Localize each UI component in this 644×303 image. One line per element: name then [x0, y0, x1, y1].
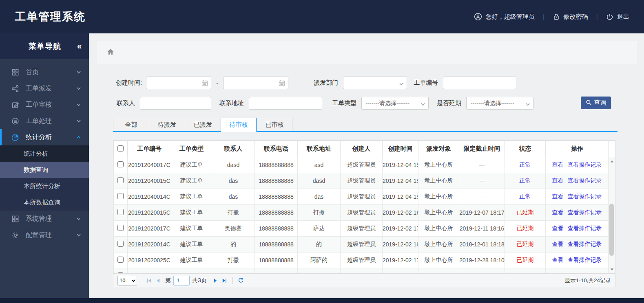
create-time-label: 创建时间: [116, 79, 142, 87]
row-checkbox[interactable] [117, 177, 124, 183]
sidebar-item-6[interactable]: 配置管理 [0, 227, 89, 243]
page-size-select[interactable]: 10 [117, 276, 137, 285]
prev-page-button[interactable] [154, 276, 163, 285]
address-label: 联系地址 [219, 99, 244, 107]
scroll-down-icon[interactable] [609, 266, 615, 272]
cell-create_time: 2019-12-02 16: [383, 205, 418, 221]
row-checkbox[interactable] [117, 209, 124, 215]
refresh-button[interactable] [237, 276, 246, 285]
view-link[interactable]: 查看 [552, 193, 564, 200]
logout-label: 退出 [617, 13, 629, 21]
cell-contact: 打撒 [212, 253, 255, 268]
scrollbar-thumb[interactable] [609, 204, 614, 256]
tab-1[interactable]: 待派发 [149, 118, 185, 131]
cell-address: dasd [298, 173, 341, 189]
table-row: 201912020014C建议工单的18888888888的超级管理员2019-… [114, 237, 615, 253]
row-checkbox[interactable] [117, 225, 124, 231]
filter-row-2: 联系人 联系地址 工单类型 -------请选择------- 是否延期 ---… [117, 97, 533, 110]
view-log-link[interactable]: 查看操作记录 [568, 161, 602, 168]
sidebar-item-5[interactable]: 系统管理 [0, 211, 89, 227]
cell-dispatch_target: 墩上中心所 [418, 205, 459, 221]
sidebar-item-1[interactable]: 工单派发 [0, 80, 89, 97]
column-header: 创建时间 [383, 141, 418, 157]
first-page-button[interactable] [145, 276, 154, 285]
view-log-link[interactable]: 查看操作记录 [568, 193, 602, 200]
sidebar-item-2[interactable]: 工单审核 [0, 97, 89, 113]
table-row: 201912040014C建议工单das18888888888das超级管理员2… [114, 189, 615, 205]
address-input[interactable] [249, 97, 322, 109]
search-button[interactable]: 查询 [581, 97, 611, 109]
cell-contact: 的 [212, 237, 255, 253]
view-log-link[interactable]: 查看操作记录 [568, 241, 602, 247]
actions-cell: 查看查看操作记录 [546, 173, 609, 189]
submenu-item-4-1[interactable]: 数据查询 [0, 162, 89, 178]
view-log-link[interactable]: 查看操作记录 [568, 225, 602, 231]
sidebar-item-4[interactable]: 统计分析 [0, 129, 89, 145]
status-badge: 正常 [505, 157, 546, 173]
cell-creator: 超级管理员 [341, 205, 383, 221]
separator: | [543, 13, 544, 20]
select-all-checkbox[interactable] [117, 145, 124, 152]
scroll-up-icon[interactable] [609, 158, 615, 165]
cell-address: 的 [298, 237, 341, 253]
actions-cell: 查看查看操作记录 [546, 253, 609, 268]
breadcrumb [97, 41, 637, 64]
cell-empty [298, 268, 341, 274]
logout-button[interactable]: 退出 [606, 13, 629, 21]
order-no-input[interactable] [443, 77, 516, 89]
calendar-icon[interactable] [278, 79, 285, 88]
column-header: 工单类型 [171, 141, 212, 157]
tab-2[interactable]: 已派发 [185, 118, 221, 131]
cell-address: 萨达 [298, 221, 341, 237]
view-link[interactable]: 查看 [552, 257, 564, 263]
row-checkbox[interactable] [117, 161, 124, 167]
lock-icon [553, 13, 560, 20]
power-icon [606, 13, 613, 20]
view-link[interactable]: 查看 [552, 241, 564, 247]
sidebar-item-3[interactable]: 工单处理 [0, 113, 89, 129]
status-badge: 已延期 [505, 221, 546, 237]
cell-order_type: 建议工单 [171, 221, 212, 237]
submenu-item-4-0[interactable]: 统计分析 [0, 145, 89, 162]
next-page-button[interactable] [211, 276, 220, 285]
tab-0[interactable]: 全部 [113, 118, 149, 131]
user-greeting[interactable]: 您好，超级管理员 [474, 13, 535, 21]
order-type-select[interactable]: -------请选择------- [361, 97, 429, 110]
actions-cell: 查看查看操作记录 [546, 221, 609, 237]
cell-address: asd [298, 157, 341, 173]
orders-table: 工单编号工单类型联系人联系电话联系地址创建人创建时间派发对象限定截止时间状态操作… [113, 141, 615, 274]
tab-4[interactable]: 已审核 [257, 118, 292, 131]
sidebar-collapse-icon[interactable]: « [77, 42, 81, 51]
page-number-input[interactable] [173, 276, 190, 285]
row-checkbox[interactable] [117, 241, 124, 247]
select-all-header [114, 141, 128, 157]
submenu-item-4-3[interactable]: 本所数据查询 [0, 194, 89, 211]
view-link[interactable]: 查看 [552, 225, 564, 231]
row-checkbox[interactable] [117, 257, 124, 263]
table-scrollbar[interactable] [608, 157, 615, 273]
view-log-link[interactable]: 查看操作记录 [568, 209, 602, 215]
table-body: 201912040017C建议工单dasd18888888888asd超级管理员… [114, 157, 615, 274]
contact-input[interactable] [140, 97, 211, 109]
submenu-item-4-2[interactable]: 本所统计分析 [0, 178, 89, 194]
view-log-link[interactable]: 查看操作记录 [568, 257, 602, 263]
sidebar-item-label: 工单审核 [26, 101, 52, 109]
row-checkbox[interactable] [117, 193, 124, 199]
cell-empty [128, 268, 171, 274]
view-link[interactable]: 查看 [552, 209, 564, 215]
column-header: 状态 [505, 141, 546, 157]
sidebar-item-label: 工单处理 [26, 117, 52, 125]
calendar-icon[interactable] [201, 79, 208, 88]
dispatch-dept-select[interactable] [343, 77, 407, 89]
cell-empty [255, 268, 298, 274]
cell-order_type: 建议工单 [171, 157, 212, 173]
delay-select[interactable]: -------请选择------- [466, 97, 533, 110]
view-link[interactable]: 查看 [552, 177, 564, 184]
view-link[interactable]: 查看 [552, 161, 564, 168]
view-log-link[interactable]: 查看操作记录 [568, 177, 602, 184]
tab-3[interactable]: 待审核 [221, 118, 257, 132]
sidebar-item-0[interactable]: 首页 [0, 64, 89, 80]
home-icon[interactable] [106, 48, 115, 57]
change-password-button[interactable]: 修改密码 [553, 13, 588, 21]
last-page-button[interactable] [220, 276, 229, 285]
